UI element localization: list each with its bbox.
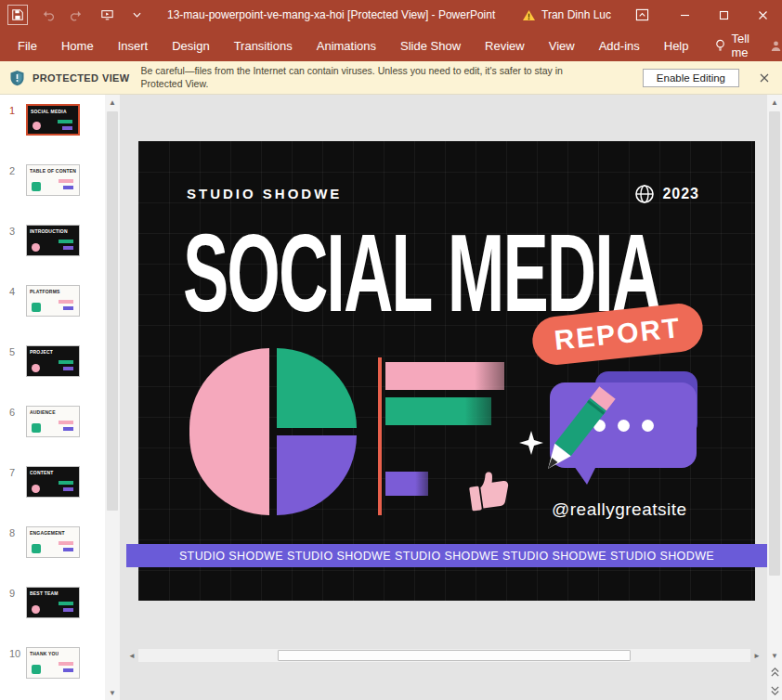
thumbnail-shape: [59, 421, 73, 424]
thumbnail-shape: [63, 246, 73, 250]
previous-slide-button[interactable]: [767, 663, 782, 681]
scroll-up-button[interactable]: ▲: [105, 95, 120, 110]
slide-thumbnail-1[interactable]: 1 SOCIAL MEDIA: [0, 104, 105, 136]
slide-thumbnail-9[interactable]: 9 BEST TEAM: [0, 587, 105, 618]
vertical-scroll-thumb[interactable]: [769, 111, 780, 576]
save-button[interactable]: [7, 5, 28, 25]
minimize-button[interactable]: [665, 0, 704, 30]
scroll-down-button[interactable]: ▼: [105, 685, 120, 700]
titlebar: 13-mau-powerpoint-ve-mang-xa-hoi [Protec…: [0, 0, 782, 30]
scroll-right-button[interactable]: ►: [750, 649, 763, 662]
thumbnail-list: 1 SOCIAL MEDIA 2 TABLE OF CONTENT 3 INTR…: [0, 104, 105, 679]
close-icon: [758, 10, 768, 20]
redo-button[interactable]: [67, 5, 87, 25]
ribbon-display-options-button[interactable]: [628, 0, 656, 30]
tell-me-button[interactable]: Tell me: [705, 24, 760, 67]
slide-thumbnail-preview: SOCIAL MEDIA: [26, 104, 80, 136]
slide-number: 10: [0, 647, 26, 679]
thumbnail-label: THANK YOU: [30, 651, 59, 656]
slide-thumbnail-preview: TABLE OF CONTENT: [26, 164, 80, 196]
share-button[interactable]: Share: [759, 32, 782, 60]
slide-thumbnail-preview: INTRODUCTION: [26, 225, 80, 256]
thumbnail-label: CONTENT: [30, 470, 54, 475]
close-button[interactable]: [743, 0, 782, 30]
scroll-left-button[interactable]: ◄: [125, 649, 138, 662]
tab-home[interactable]: Home: [49, 32, 106, 60]
next-slide-button[interactable]: [767, 681, 782, 700]
close-icon: [760, 73, 769, 83]
slide-thumbnail-2[interactable]: 2 TABLE OF CONTENT: [0, 164, 105, 196]
slide-number: 7: [0, 466, 26, 498]
slide-number: 2: [0, 164, 26, 196]
tab-animations[interactable]: Animations: [305, 32, 388, 60]
thumbnail-shape: [63, 548, 73, 551]
redo-icon: [71, 8, 84, 21]
bar-purple: [385, 472, 428, 496]
user-name: Tran Dinh Luc: [541, 8, 611, 21]
slide-thumbnail-3[interactable]: 3 INTRODUCTION: [0, 225, 105, 256]
enable-editing-button[interactable]: Enable Editing: [643, 69, 739, 87]
scroll-down-button[interactable]: ▼: [767, 648, 782, 663]
tab-view[interactable]: View: [537, 32, 587, 60]
thumbnail-scrollbar[interactable]: ▲ ▼: [105, 95, 120, 700]
vertical-scroll-track[interactable]: [767, 110, 782, 648]
tab-file[interactable]: File: [6, 32, 49, 60]
warning-icon: [522, 9, 536, 21]
slide-thumbnail-5[interactable]: 5 PROJECT: [0, 345, 105, 377]
qat-customize-button[interactable]: [126, 5, 147, 25]
thumbnail-label: TABLE OF CONTENT: [30, 168, 76, 174]
thumbnail-shape: [32, 182, 41, 191]
slide-number: 8: [0, 526, 26, 558]
thumbnail-shape: [32, 364, 40, 372]
horizontal-scrollbar[interactable]: ◄ ►: [125, 649, 763, 662]
thumbnail-shape: [32, 303, 41, 312]
horizontal-scroll-track[interactable]: [138, 649, 750, 662]
protected-view-close-button[interactable]: [752, 66, 776, 90]
thumbnail-shape: [32, 544, 41, 553]
scroll-up-button[interactable]: ▲: [767, 95, 782, 110]
thumbnail-label: INTRODUCTION: [30, 228, 68, 234]
thumbnail-scroll-thumb[interactable]: [107, 111, 118, 511]
tab-slide-show[interactable]: Slide Show: [388, 32, 473, 60]
maximize-button[interactable]: [704, 0, 743, 30]
slide-thumbnail-preview: THANK YOU: [26, 647, 80, 679]
save-icon: [11, 8, 24, 21]
year-text: 2023: [662, 186, 699, 202]
tab-help[interactable]: Help: [652, 32, 701, 60]
thumbnail-scroll-track[interactable]: [105, 110, 120, 685]
horizontal-scroll-thumb[interactable]: [278, 650, 631, 661]
undo-button[interactable]: [37, 5, 58, 25]
bubble-dot: [642, 420, 654, 432]
thumbnail-shape: [59, 360, 73, 364]
tab-review[interactable]: Review: [473, 32, 537, 60]
slide-number: 9: [0, 587, 26, 618]
tab-insert[interactable]: Insert: [106, 32, 161, 60]
slide-number: 4: [0, 285, 26, 317]
quick-access-toolbar: [0, 5, 147, 25]
slide-thumbnail-preview: ENGAGEMENT: [26, 526, 80, 558]
slide-thumbnail-7[interactable]: 7 CONTENT: [0, 466, 105, 498]
account-user[interactable]: Tran Dinh Luc: [522, 8, 611, 21]
thumbnail-shape: [32, 243, 40, 252]
slide-thumbnail-6[interactable]: 6 AUDIENCE: [0, 406, 105, 437]
slide-thumbnail-preview: PROJECT: [26, 345, 80, 377]
pie-slice-purple: [277, 435, 357, 515]
thumbnail-shape: [59, 662, 73, 666]
tab-transitions[interactable]: Transitions: [222, 32, 305, 60]
thumbnail-label: PLATFORMS: [30, 289, 60, 294]
lightbulb-icon: [714, 39, 726, 52]
thumbnail-label: SOCIAL MEDIA: [31, 109, 67, 114]
globe-icon: [634, 184, 655, 204]
tab-add-ins[interactable]: Add-ins: [587, 32, 652, 60]
tab-design[interactable]: Design: [160, 32, 221, 60]
slide-thumbnail-4[interactable]: 4 PLATFORMS: [0, 285, 105, 317]
vertical-scrollbar[interactable]: ▲ ▼: [767, 95, 782, 700]
start-from-beginning-button[interactable]: [97, 5, 117, 25]
thumbnail-shape: [32, 605, 40, 614]
slide-thumbnail-8[interactable]: 8 ENGAGEMENT: [0, 526, 105, 558]
thumbs-up-icon: [462, 460, 519, 518]
thumbnail-shape: [63, 427, 73, 431]
slide-thumbnail-10[interactable]: 10 THANK YOU: [0, 647, 105, 679]
thumbnail-label: ENGAGEMENT: [30, 530, 65, 536]
slide-number: 6: [0, 406, 26, 437]
